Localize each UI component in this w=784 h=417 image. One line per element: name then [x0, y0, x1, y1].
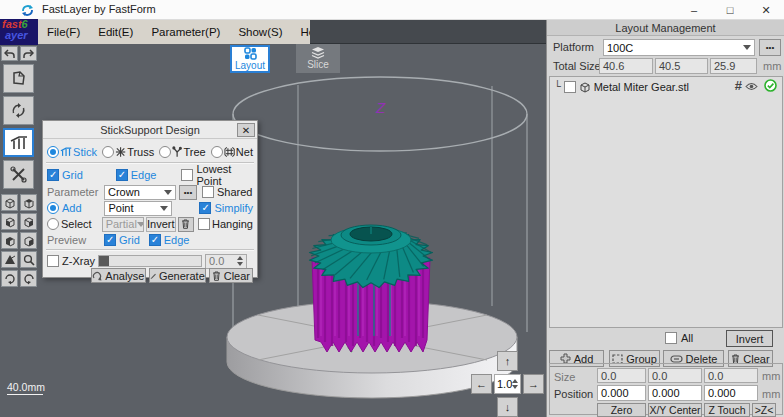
panel-header[interactable]: Layout Management [547, 20, 784, 36]
total-size-y: 40.5 [655, 58, 708, 74]
menu-show[interactable]: Show(S) [229, 26, 291, 38]
viewport-3d[interactable]: Z Layout [0, 44, 546, 417]
partial-combo[interactable]: Partial [102, 217, 144, 232]
lowest-point-checkbox[interactable] [181, 169, 193, 181]
z-axis-label: Z [375, 99, 386, 116]
pan-down-button[interactable]: ↓ [497, 397, 518, 417]
invert-button[interactable]: Invert [726, 330, 773, 347]
add-radio[interactable] [47, 202, 59, 214]
zxray-stepper[interactable]: 0.0 [205, 254, 247, 269]
preview-grid-checkbox[interactable] [104, 234, 116, 246]
delete-selection-button[interactable] [178, 217, 194, 232]
view-back-button[interactable] [20, 213, 37, 230]
select-row: Select Partial Invert Hanging [47, 216, 253, 232]
position-unit: mm [762, 388, 780, 400]
zxray-checkbox[interactable] [47, 255, 59, 267]
move-tool-button[interactable] [3, 64, 34, 93]
parameter-more-button[interactable]: ••• [179, 185, 197, 200]
position-x-input[interactable]: 0.000 [597, 385, 646, 401]
tab-slice-label: Slice [307, 59, 329, 70]
settings-tool-button[interactable] [3, 160, 34, 189]
rotate-cw-button[interactable] [1, 270, 18, 287]
pan-left-button[interactable]: ← [471, 374, 492, 394]
rotate-ccw-button[interactable] [20, 270, 37, 287]
menu-file[interactable]: File(F) [38, 26, 89, 38]
parameter-combo[interactable]: Crown [104, 185, 176, 200]
select-all-group: All [665, 332, 693, 344]
invert-selection-button[interactable]: Invert [146, 217, 176, 232]
zoom-stepper[interactable]: 1.0 [494, 374, 521, 394]
view-iso-button[interactable] [1, 194, 18, 211]
hanging-checkbox[interactable] [198, 218, 210, 230]
view-right-button[interactable] [20, 232, 37, 249]
tab-slice[interactable]: Slice [296, 44, 340, 73]
net-radio[interactable] [211, 146, 223, 158]
preview-edge-checkbox[interactable] [149, 234, 161, 246]
truss-radio[interactable] [102, 146, 114, 158]
all-checkbox[interactable] [665, 332, 677, 344]
close-button[interactable]: ✕ [748, 0, 784, 20]
model-tree-list[interactable]: └ Metal Miter Gear.stl # [549, 76, 783, 328]
clear-supports-button[interactable]: Clear [209, 268, 253, 283]
tree-row-metal-miter-gear[interactable]: └ Metal Miter Gear.stl # [550, 77, 782, 96]
menu-parameter[interactable]: Parameter(P) [142, 26, 229, 38]
cube-left-icon [4, 235, 16, 247]
zxray-slider-handle[interactable] [99, 256, 109, 266]
simplify-checkbox[interactable] [199, 202, 211, 214]
window-controls: – □ ✕ [676, 0, 784, 20]
gear-model[interactable] [310, 225, 433, 352]
valid-check-icon[interactable] [764, 79, 777, 92]
support-tool-button[interactable] [3, 128, 34, 157]
view-top-button[interactable] [20, 194, 37, 211]
support-dialog-titlebar[interactable]: StickSupport Design [43, 121, 257, 139]
pan-up-button[interactable]: ↑ [497, 351, 518, 371]
view-front-button[interactable] [1, 213, 18, 230]
chevron-down-icon [160, 206, 168, 211]
layout-icon [244, 47, 257, 60]
pan-right-button[interactable]: → [523, 374, 544, 394]
stick-radio[interactable] [47, 146, 59, 158]
chevron-down-icon [164, 190, 172, 195]
grid-hash-icon[interactable]: # [735, 78, 742, 93]
tree-radio[interactable] [159, 146, 171, 158]
eye-icon[interactable] [745, 82, 758, 91]
z-squeeze-button[interactable]: >Z< [752, 403, 776, 417]
minimize-button[interactable]: – [676, 0, 712, 20]
zxray-spin-arrows[interactable] [237, 256, 243, 266]
zxray-label: Z-Xray [62, 255, 95, 267]
select-radio[interactable] [47, 218, 59, 230]
zoom-button[interactable] [20, 251, 37, 268]
rotate-tool-button[interactable] [3, 96, 34, 125]
model-checkbox[interactable] [564, 81, 576, 93]
add-mode-combo[interactable]: Point [104, 201, 172, 216]
tab-layout[interactable]: Layout [230, 45, 270, 73]
dialog-separator [46, 249, 254, 251]
view-left-button[interactable] [1, 232, 18, 249]
zero-button[interactable]: Zero [597, 403, 646, 417]
redo-button[interactable] [20, 46, 37, 61]
position-y-input[interactable]: 0.000 [648, 385, 702, 401]
position-z-input[interactable]: 0.000 [704, 385, 758, 401]
menu-bar: File(F) Edit(E) Parameter(P) Show(S) Hel… [38, 20, 310, 44]
shared-checkbox[interactable] [202, 186, 214, 198]
grid-checkbox[interactable] [47, 169, 59, 181]
z-touch-button[interactable]: Z Touch [704, 403, 750, 417]
stick-icon [60, 146, 72, 158]
undo-button[interactable] [1, 46, 18, 61]
generate-button[interactable]: Generate [149, 268, 206, 283]
support-dialog-close-button[interactable]: ✕ [237, 123, 255, 137]
tree-icon [172, 146, 182, 158]
platform-more-button[interactable]: ••• [759, 39, 781, 56]
zoom-spin-arrows[interactable] [512, 379, 518, 389]
menu-edit[interactable]: Edit(E) [89, 26, 142, 38]
analyse-button[interactable]: Analyse [91, 268, 146, 283]
platform-label: Platform [553, 41, 594, 53]
zxray-slider[interactable] [98, 255, 202, 267]
platform-combo[interactable]: 100C [603, 39, 755, 56]
xy-center-button[interactable]: X/Y Center [648, 403, 702, 417]
maximize-button[interactable]: □ [712, 0, 748, 20]
edge-checkbox[interactable] [116, 169, 128, 181]
size-x-field: 0.0 [597, 368, 646, 383]
redo-icon [23, 49, 34, 59]
view-fit-button[interactable] [1, 251, 18, 268]
